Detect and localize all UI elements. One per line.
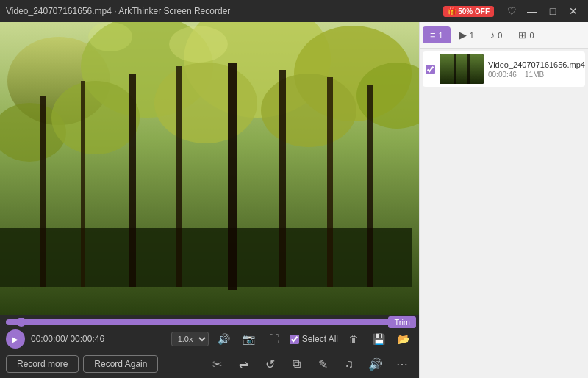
- svg-rect-10: [0, 228, 412, 287]
- svg-rect-24: [467, 54, 470, 84]
- tab-bar: ≡ 1 ▶ 1 ♪ 0 ⊞ 0: [420, 22, 588, 49]
- copy-tool-button[interactable]: ⧉: [285, 353, 307, 375]
- video-frame: [0, 22, 419, 315]
- cut-tool-button[interactable]: ✂: [206, 353, 228, 375]
- svg-point-7: [154, 63, 257, 143]
- fullscreen-button[interactable]: ⛶: [265, 329, 284, 349]
- camera-icon: 📷: [243, 333, 255, 345]
- rotate-icon: ↺: [265, 357, 275, 371]
- svg-rect-12: [81, 81, 85, 287]
- gift-icon: 🎁: [448, 7, 456, 15]
- audio-mix-button[interactable]: ♫: [338, 353, 360, 375]
- media-item-checkbox[interactable]: [426, 65, 435, 74]
- svg-rect-23: [454, 54, 456, 84]
- list-item[interactable]: Video_240707161656.mp4 00:00:46 11MB: [423, 51, 585, 87]
- left-panel: Trim ▶ 00:00:00/ 00:00:46 1.0x 0.5x 1.5x…: [0, 22, 419, 378]
- playback-row: ▶ 00:00:00/ 00:00:46 1.0x 0.5x 1.5x 2.0x…: [6, 329, 413, 349]
- save-button[interactable]: 💾: [369, 329, 388, 349]
- right-panel: ≡ 1 ▶ 1 ♪ 0 ⊞ 0: [419, 22, 588, 378]
- title-bar: Video_240707161656.mp4 · ArkThinker Scre…: [0, 0, 588, 22]
- video-tab-count: 1: [470, 31, 474, 40]
- video-preview: [0, 22, 419, 315]
- tab-image[interactable]: ⊞ 0: [511, 26, 541, 43]
- svg-rect-13: [129, 74, 136, 287]
- select-all-text: Select All: [302, 334, 338, 344]
- play-button[interactable]: ▶: [6, 329, 25, 349]
- edit-tool-button[interactable]: ✎: [312, 353, 334, 375]
- svg-rect-22: [440, 54, 484, 84]
- video-tab-icon: ▶: [459, 29, 467, 40]
- trim-button[interactable]: Trim: [388, 316, 416, 328]
- list-tab-count: 1: [439, 31, 443, 40]
- delete-button[interactable]: 🗑: [344, 329, 363, 349]
- media-list: Video_240707161656.mp4 00:00:46 11MB: [420, 49, 588, 378]
- volume-icon: 🔊: [218, 333, 230, 345]
- select-all-checkbox[interactable]: [290, 335, 299, 344]
- export-button[interactable]: 📂: [394, 329, 413, 349]
- more-tools-button[interactable]: ⋯: [391, 353, 413, 375]
- svg-rect-14: [176, 66, 182, 287]
- tab-list[interactable]: ≡ 1: [423, 26, 451, 43]
- media-thumbnail: [440, 54, 484, 84]
- tab-audio[interactable]: ♪ 0: [483, 26, 510, 43]
- close-button[interactable]: ✕: [564, 4, 582, 18]
- play-icon: ▶: [12, 335, 18, 343]
- export-icon: 📂: [398, 333, 410, 345]
- window-controls: 🎁 50% OFF ♡ — □ ✕: [443, 4, 582, 18]
- progress-track[interactable]: Trim: [6, 319, 413, 325]
- edit-icon: ✎: [318, 357, 328, 371]
- promo-badge[interactable]: 🎁 50% OFF: [443, 6, 494, 17]
- record-again-button[interactable]: Record Again: [83, 355, 158, 373]
- split-icon: ⇌: [239, 357, 248, 371]
- time-display: 00:00:00/ 00:00:46: [31, 334, 104, 344]
- svg-point-8: [261, 74, 356, 147]
- record-more-button[interactable]: Record more: [6, 355, 79, 373]
- snapshot-button[interactable]: 📷: [240, 329, 259, 349]
- controls-bar: Trim ▶ 00:00:00/ 00:00:46 1.0x 0.5x 1.5x…: [0, 315, 419, 378]
- svg-rect-11: [40, 96, 46, 287]
- progress-fill: [6, 319, 397, 325]
- volume-tool-icon: 🔊: [368, 357, 383, 371]
- svg-rect-17: [327, 77, 333, 287]
- more-icon: ⋯: [396, 357, 408, 371]
- audio-tab-icon: ♪: [490, 29, 495, 40]
- save-icon: 💾: [373, 333, 385, 345]
- select-all-label[interactable]: Select All: [290, 334, 338, 344]
- promo-text: 50% OFF: [458, 7, 490, 15]
- media-size: 11MB: [525, 71, 544, 79]
- progress-handle[interactable]: [17, 318, 26, 327]
- window-title: Video_240707161656.mp4 · ArkThinker Scre…: [6, 6, 443, 16]
- delete-icon: 🗑: [348, 333, 359, 345]
- main-layout: Trim ▶ 00:00:00/ 00:00:46 1.0x 0.5x 1.5x…: [0, 22, 588, 378]
- media-filename: Video_240707161656.mp4: [488, 60, 585, 69]
- image-tab-icon: ⊞: [518, 29, 526, 40]
- svg-rect-18: [368, 85, 373, 287]
- maximize-button[interactable]: □: [544, 4, 562, 18]
- forest-trees: [0, 22, 419, 315]
- copy-icon: ⧉: [293, 357, 301, 371]
- profile-icon[interactable]: ♡: [503, 4, 520, 18]
- volume-tool-button[interactable]: 🔊: [365, 353, 387, 375]
- speed-select[interactable]: 1.0x 0.5x 1.5x 2.0x: [171, 332, 209, 346]
- volume-button[interactable]: 🔊: [215, 329, 234, 349]
- tab-video[interactable]: ▶ 1: [452, 26, 481, 43]
- audio-tab-count: 0: [498, 31, 502, 40]
- media-metadata: 00:00:46 11MB: [488, 71, 585, 79]
- media-info: Video_240707161656.mp4 00:00:46 11MB: [488, 60, 585, 79]
- svg-rect-15: [228, 63, 237, 290]
- minimize-button[interactable]: —: [523, 4, 541, 18]
- media-duration: 00:00:46: [488, 71, 517, 79]
- image-tab-count: 0: [529, 31, 534, 40]
- action-row: Record more Record Again ✂ ⇌ ↺ ⧉ ✎: [6, 353, 413, 375]
- thumb-preview: [440, 54, 484, 84]
- svg-point-6: [51, 81, 140, 154]
- split-tool-button[interactable]: ⇌: [232, 353, 254, 375]
- audio-mix-icon: ♫: [345, 357, 354, 371]
- cut-icon: ✂: [212, 357, 222, 371]
- svg-rect-16: [279, 70, 286, 287]
- fullscreen-icon: ⛶: [269, 333, 279, 345]
- rotate-tool-button[interactable]: ↺: [259, 353, 281, 375]
- svg-point-20: [88, 22, 132, 51]
- svg-point-19: [169, 26, 228, 63]
- list-tab-icon: ≡: [430, 29, 436, 40]
